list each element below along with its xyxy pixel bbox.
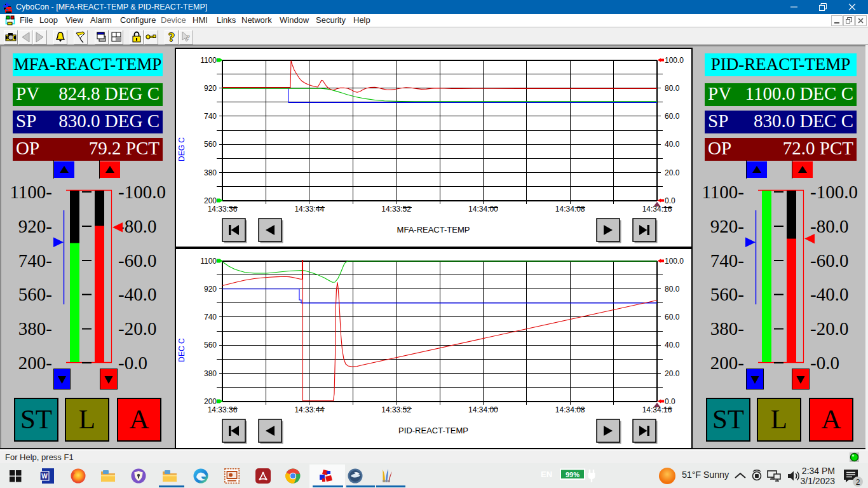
- svg-text:740: 740: [204, 112, 217, 121]
- svg-text:560: 560: [204, 341, 217, 349]
- svg-text:100.0: 100.0: [665, 257, 684, 266]
- svg-text:740: 740: [204, 313, 217, 322]
- svg-text:40.0: 40.0: [665, 140, 680, 149]
- svg-text:80.0: 80.0: [665, 84, 680, 93]
- svg-text:DEC C: DEC C: [177, 338, 186, 362]
- svg-text:1100: 1100: [200, 257, 217, 266]
- svg-text:?: ?: [186, 32, 191, 42]
- svg-text:100.0: 100.0: [665, 56, 684, 65]
- svg-text:14:34:08: 14:34:08: [555, 405, 585, 414]
- svg-text:DEG C: DEG C: [177, 137, 186, 161]
- svg-text:14:34:00: 14:34:00: [468, 405, 498, 414]
- svg-text:14:33:36: 14:33:36: [208, 405, 238, 414]
- svg-text:14:33:44: 14:33:44: [294, 205, 324, 214]
- svg-text:60.0: 60.0: [665, 313, 680, 322]
- svg-text:14:33:36: 14:33:36: [208, 205, 238, 214]
- svg-text:560: 560: [204, 140, 217, 149]
- svg-text:14:33:44: 14:33:44: [294, 405, 324, 414]
- svg-text:14:34:16: 14:34:16: [642, 205, 672, 214]
- svg-text:W: W: [41, 473, 48, 480]
- svg-text:PID-REACT-TEMP: PID-REACT-TEMP: [398, 426, 468, 435]
- svg-text:380: 380: [204, 369, 217, 378]
- svg-text:20.0: 20.0: [665, 168, 680, 177]
- svg-text:2: 2: [856, 478, 860, 487]
- svg-text:14:34:00: 14:34:00: [468, 205, 498, 214]
- svg-text:380: 380: [204, 168, 217, 177]
- svg-text:80.0: 80.0: [665, 285, 680, 294]
- svg-text:40.0: 40.0: [665, 341, 680, 349]
- svg-text:1100: 1100: [200, 56, 217, 65]
- svg-text:920: 920: [204, 84, 217, 93]
- svg-text:14:34:16: 14:34:16: [642, 405, 672, 414]
- svg-text:14:33:52: 14:33:52: [381, 205, 411, 214]
- svg-text:99%: 99%: [566, 471, 580, 478]
- svg-text:14:33:52: 14:33:52: [381, 405, 411, 414]
- svg-text:20.0: 20.0: [665, 369, 680, 378]
- svg-text:920: 920: [204, 285, 217, 294]
- svg-text:14:34:08: 14:34:08: [555, 205, 585, 214]
- svg-text:60.0: 60.0: [665, 112, 680, 121]
- svg-text:MFA-REACT-TEMP: MFA-REACT-TEMP: [397, 225, 470, 234]
